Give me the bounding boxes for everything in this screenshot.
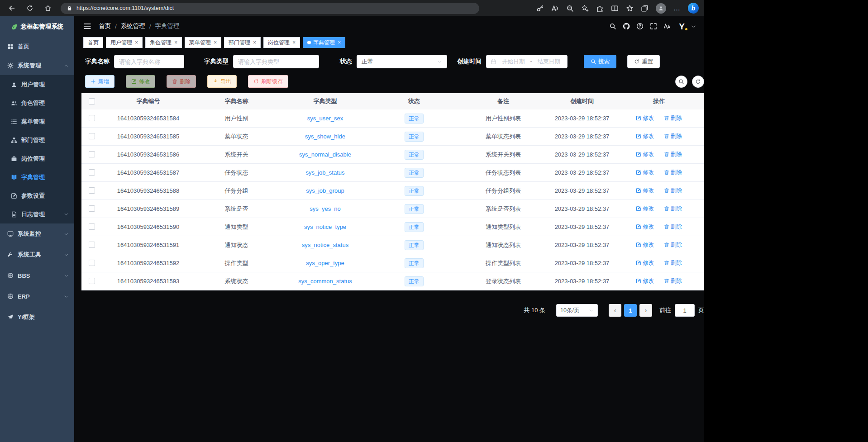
dict-type-link[interactable]: sys_normal_disable	[299, 151, 351, 158]
row-checkbox[interactable]	[89, 242, 95, 248]
user-avatar-logo[interactable]: Y	[679, 22, 685, 31]
view-tab[interactable]: 角色管理 ×	[145, 37, 182, 48]
view-tab[interactable]: 部门管理 ×	[224, 37, 261, 48]
view-tab[interactable]: 用户管理 ×	[106, 37, 143, 48]
dict-type-link[interactable]: sys_user_sex	[307, 115, 343, 122]
bing-icon[interactable]: b	[688, 3, 699, 14]
dict-type-link[interactable]: sys_show_hide	[305, 133, 345, 140]
profile-avatar[interactable]	[656, 3, 666, 14]
row-checkbox[interactable]	[89, 133, 95, 139]
sidebar-toggle-icon[interactable]	[83, 22, 91, 30]
favorites-icon[interactable]	[626, 5, 634, 12]
dict-type-link[interactable]: sys_notice_status	[302, 242, 348, 248]
refresh-cache-button[interactable]: 刷新缓存	[248, 75, 288, 88]
dict-name-input[interactable]	[114, 55, 184, 68]
row-checkbox[interactable]	[89, 260, 95, 266]
sidebar-item-param-settings[interactable]: 参数设置	[0, 186, 74, 205]
sidebar-item-system-monitor[interactable]: 系统监控	[0, 223, 74, 244]
row-edit-link[interactable]: 修改	[636, 241, 654, 249]
sidebar-item-role-manage[interactable]: 角色管理	[0, 94, 74, 112]
tab-close-icon[interactable]: ×	[174, 40, 177, 45]
sidebar-item-system-tools[interactable]: 系统工具	[0, 244, 74, 265]
next-page-button[interactable]: ›	[639, 304, 652, 317]
breadcrumb-system[interactable]: 系统管理	[121, 22, 145, 30]
search-button[interactable]: 搜索	[584, 55, 616, 68]
row-delete-link[interactable]: 删除	[664, 277, 682, 285]
sidebar-item-menu-manage[interactable]: 菜单管理	[0, 112, 74, 131]
sidebar-item-home[interactable]: 首页	[0, 37, 74, 56]
view-tab[interactable]: 岗位管理 ×	[263, 37, 300, 48]
sidebar-item-log-manage[interactable]: 日志管理	[0, 205, 74, 223]
browser-back-button[interactable]	[3, 1, 21, 15]
sidebar-item-system-manage[interactable]: 系统管理	[0, 56, 74, 75]
read-aloud-icon[interactable]	[551, 5, 559, 12]
fullscreen-icon[interactable]	[650, 23, 657, 30]
dict-type-link[interactable]: sys_notice_type	[304, 223, 346, 230]
view-tab[interactable]: 菜单管理 ×	[185, 37, 221, 48]
view-tab[interactable]: 字典管理 ×	[303, 37, 345, 48]
row-delete-link[interactable]: 删除	[664, 169, 682, 176]
row-checkbox[interactable]	[89, 205, 95, 212]
row-edit-link[interactable]: 修改	[636, 133, 654, 140]
row-delete-link[interactable]: 删除	[664, 259, 682, 267]
row-delete-link[interactable]: 删除	[664, 187, 682, 195]
export-button[interactable]: 导出	[207, 75, 237, 88]
row-checkbox[interactable]	[89, 187, 95, 194]
avatar-dropdown-icon[interactable]	[691, 24, 696, 29]
dict-type-link[interactable]: sys_common_status	[298, 278, 352, 285]
tab-close-icon[interactable]: ×	[253, 40, 256, 45]
prev-page-button[interactable]: ‹	[609, 304, 621, 317]
row-delete-link[interactable]: 删除	[664, 223, 682, 231]
row-edit-link[interactable]: 修改	[636, 223, 654, 231]
add-button[interactable]: 新增	[85, 75, 114, 88]
extensions-icon[interactable]	[596, 5, 604, 12]
view-tab[interactable]: 首页	[83, 37, 103, 48]
goto-page-input[interactable]	[675, 304, 695, 317]
toggle-search-button[interactable]	[675, 76, 687, 88]
help-icon[interactable]	[636, 23, 644, 30]
row-checkbox[interactable]	[89, 169, 95, 176]
page-size-select[interactable]: 10条/页	[556, 304, 598, 317]
row-edit-link[interactable]: 修改	[636, 259, 654, 267]
row-edit-link[interactable]: 修改	[636, 277, 654, 285]
add-favorite-icon[interactable]	[581, 5, 589, 12]
row-delete-link[interactable]: 删除	[664, 151, 682, 158]
sidebar-item-user-manage[interactable]: 用户管理	[0, 75, 74, 94]
date-range-picker[interactable]: 开始日期 - 结束日期	[486, 55, 568, 68]
row-checkbox[interactable]	[89, 278, 95, 284]
tab-close-icon[interactable]: ×	[292, 40, 296, 45]
row-edit-link[interactable]: 修改	[636, 169, 654, 176]
sidebar-item-bbs[interactable]: BBS	[0, 265, 74, 286]
row-edit-link[interactable]: 修改	[636, 187, 654, 195]
row-edit-link[interactable]: 修改	[636, 205, 654, 213]
password-key-icon[interactable]	[536, 5, 544, 12]
dict-type-link[interactable]: sys_job_status	[306, 169, 345, 176]
tab-close-icon[interactable]: ×	[135, 40, 138, 45]
dict-type-input[interactable]	[233, 55, 319, 68]
dict-type-link[interactable]: sys_oper_type	[306, 260, 344, 266]
dict-type-link[interactable]: sys_yes_no	[310, 205, 341, 212]
browser-home-button[interactable]	[39, 1, 57, 15]
delete-button[interactable]: 删除	[167, 75, 196, 88]
status-select[interactable]: 正常	[357, 55, 447, 68]
edit-button[interactable]: 修改	[126, 75, 155, 88]
dict-type-link[interactable]: sys_job_group	[306, 187, 344, 194]
row-edit-link[interactable]: 修改	[636, 114, 654, 122]
split-screen-icon[interactable]	[611, 5, 619, 12]
row-delete-link[interactable]: 删除	[664, 241, 682, 249]
row-checkbox[interactable]	[89, 151, 95, 157]
browser-menu-icon[interactable]: …	[673, 7, 681, 10]
collections-icon[interactable]	[641, 5, 649, 12]
current-page-button[interactable]: 1	[624, 304, 637, 317]
sidebar-item-post-manage[interactable]: 岗位管理	[0, 149, 74, 168]
sidebar-item-dict-manage[interactable]: 字典管理	[0, 168, 74, 186]
row-checkbox[interactable]	[89, 223, 95, 230]
zoom-out-icon[interactable]	[566, 5, 574, 12]
row-edit-link[interactable]: 修改	[636, 151, 654, 158]
row-delete-link[interactable]: 删除	[664, 114, 682, 122]
address-bar[interactable]: https://ccnetcore.com:1101/system/dict	[61, 3, 479, 14]
row-delete-link[interactable]: 删除	[664, 133, 682, 140]
font-size-icon[interactable]	[663, 23, 671, 30]
sidebar-item-dept-manage[interactable]: 部门管理	[0, 131, 74, 149]
reset-button[interactable]: 重置	[627, 55, 660, 68]
